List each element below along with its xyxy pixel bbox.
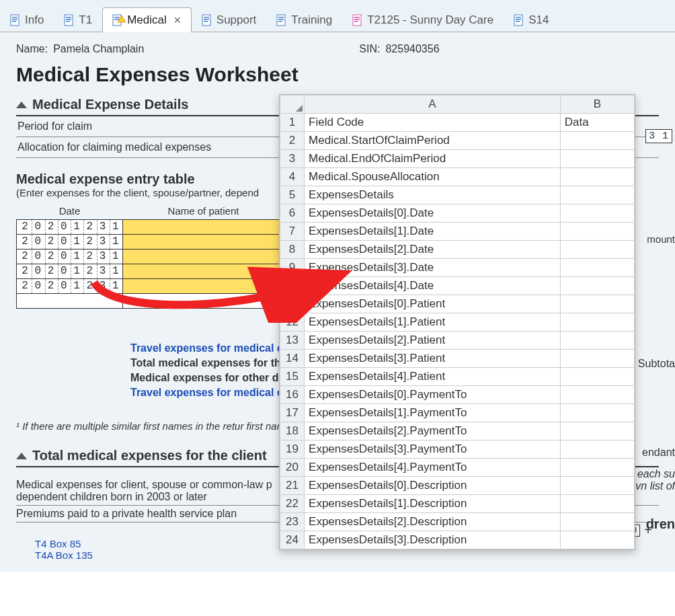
entry-row[interactable]: 20201231 (17, 279, 284, 294)
cell-data[interactable] (560, 495, 634, 513)
entry-row[interactable]: 20201231 (17, 249, 284, 264)
cell-data[interactable] (560, 168, 634, 186)
tab-info[interactable]: Info (0, 7, 54, 32)
patient-cell[interactable] (123, 249, 284, 264)
cell-data[interactable] (560, 259, 634, 277)
cell-fieldcode[interactable]: Medical.EndOfClaimPeriod (305, 150, 561, 168)
tab-medical[interactable]: Medical ✕ (102, 7, 192, 32)
cell-data[interactable] (560, 422, 634, 440)
row-header[interactable]: 12 (280, 313, 305, 332)
cell-data[interactable] (560, 277, 634, 295)
date-cell[interactable] (17, 294, 123, 309)
row-header[interactable]: 2 (280, 132, 305, 150)
cell-data[interactable] (560, 132, 634, 150)
row-header[interactable]: 7 (280, 223, 305, 241)
sheet-row[interactable]: 14ExpensesDetails[3].Patient (280, 350, 635, 368)
link-t4a-box135[interactable]: T4A Box 135 (35, 549, 659, 561)
cell-fieldcode[interactable]: ExpensesDetails[4].Patient (305, 368, 561, 386)
row-header[interactable]: 4 (280, 168, 305, 186)
cell-data[interactable] (560, 186, 634, 204)
sheet-row[interactable]: 7ExpensesDetails[1].Date (280, 223, 635, 241)
date-cell[interactable]: 20201231 (17, 235, 123, 249)
sheet-row[interactable]: 6ExpensesDetails[0].Date (280, 204, 635, 223)
col-header-a[interactable]: A (305, 95, 561, 114)
cell-data[interactable] (560, 404, 634, 422)
row-header[interactable]: 8 (280, 241, 305, 259)
cell-data[interactable] (560, 477, 634, 495)
cell-data[interactable]: Data (560, 114, 634, 132)
entry-row[interactable]: 20201231 (17, 235, 284, 249)
cell-fieldcode[interactable]: ExpensesDetails[1].Patient (305, 313, 561, 332)
cell-fieldcode[interactable]: ExpensesDetails[2].Patient (305, 332, 561, 350)
patient-cell[interactable] (123, 220, 284, 235)
sheet-row[interactable]: 24ExpensesDetails[3].Description (280, 531, 635, 549)
row-header[interactable]: 19 (280, 440, 305, 459)
patient-cell[interactable] (123, 264, 284, 279)
cell-fieldcode[interactable]: ExpensesDetails (305, 186, 561, 204)
entry-row[interactable]: 20201231 (17, 264, 284, 279)
entry-row-empty[interactable] (17, 294, 284, 309)
row-header[interactable]: 21 (280, 477, 305, 495)
row-header[interactable]: 10 (280, 277, 305, 295)
cell-fieldcode[interactable]: ExpensesDetails[4].PaymentTo (305, 459, 561, 477)
row-header[interactable]: 13 (280, 332, 305, 350)
tab-s14[interactable]: S14 (504, 7, 559, 32)
cell-fieldcode[interactable]: Medical.SpouseAllocation (305, 168, 561, 186)
close-icon[interactable]: ✕ (173, 15, 182, 26)
cell-data[interactable] (560, 223, 634, 241)
sheet-row[interactable]: 17ExpensesDetails[1].PaymentTo (280, 404, 635, 422)
cell-fieldcode[interactable]: ExpensesDetails[2].Description (305, 513, 561, 531)
sheet-row[interactable]: 2Medical.StartOfClaimPeriod (280, 132, 635, 150)
cell-data[interactable] (560, 531, 634, 549)
row-header[interactable]: 15 (280, 368, 305, 386)
cell-data[interactable] (560, 459, 634, 477)
row-header[interactable]: 5 (280, 186, 305, 204)
cell-fieldcode[interactable]: ExpensesDetails[3].Date (305, 259, 561, 277)
cell-data[interactable] (560, 313, 634, 332)
sheet-row[interactable]: 20ExpensesDetails[4].PaymentTo (280, 459, 635, 477)
sheet-row[interactable]: 18ExpensesDetails[2].PaymentTo (280, 422, 635, 440)
cell-data[interactable] (560, 513, 634, 531)
patient-cell[interactable] (123, 235, 284, 249)
row-header[interactable]: 3 (280, 150, 305, 168)
cell-data[interactable] (560, 368, 634, 386)
sheet-row[interactable]: 22ExpensesDetails[1].Description (280, 495, 635, 513)
sheet-row[interactable]: 8ExpensesDetails[2].Date (280, 241, 635, 259)
cell-data[interactable] (560, 295, 634, 313)
sheet-row[interactable]: 23ExpensesDetails[2].Description (280, 513, 635, 531)
sheet-row[interactable]: 9ExpensesDetails[3].Date (280, 259, 635, 277)
cell-data[interactable] (560, 150, 634, 168)
cell-data[interactable] (560, 241, 634, 259)
entry-row[interactable]: 20201231 (17, 220, 284, 235)
row-header[interactable]: 1 (280, 114, 305, 132)
cell-fieldcode[interactable]: ExpensesDetails[0].Patient (305, 295, 561, 313)
row-header[interactable]: 22 (280, 495, 305, 513)
row-header[interactable]: 14 (280, 350, 305, 368)
row-header[interactable]: 18 (280, 422, 305, 440)
sheet-row[interactable]: 19ExpensesDetails[3].PaymentTo (280, 440, 635, 459)
cell-fieldcode[interactable]: ExpensesDetails[2].Date (305, 241, 561, 259)
sheet-corner[interactable] (280, 95, 305, 114)
cell-data[interactable] (560, 350, 634, 368)
row-header[interactable]: 11 (280, 295, 305, 313)
date-cell[interactable]: 20201231 (17, 220, 123, 235)
cell-fieldcode[interactable]: ExpensesDetails[3].PaymentTo (305, 440, 561, 459)
cell-fieldcode[interactable]: ExpensesDetails[3].Patient (305, 350, 561, 368)
sheet-row[interactable]: 21ExpensesDetails[0].Description (280, 477, 635, 495)
cell-data[interactable] (560, 332, 634, 350)
cell-fieldcode[interactable]: ExpensesDetails[0].Description (305, 477, 561, 495)
row-header[interactable]: 24 (280, 531, 305, 549)
cell-fieldcode[interactable]: ExpensesDetails[3].Description (305, 531, 561, 549)
cell-fieldcode[interactable]: ExpensesDetails[1].Description (305, 495, 561, 513)
tab-t2125[interactable]: T2125 - Sunny Day Care (342, 7, 504, 32)
cell-fieldcode[interactable]: ExpensesDetails[4].Date (305, 277, 561, 295)
cell-fieldcode[interactable]: ExpensesDetails[1].Date (305, 223, 561, 241)
sheet-row[interactable]: 3Medical.EndOfClaimPeriod (280, 150, 635, 168)
sheet-row[interactable]: 16ExpensesDetails[0].PaymentTo (280, 386, 635, 404)
row-header[interactable]: 20 (280, 459, 305, 477)
cell-fieldcode[interactable]: ExpensesDetails[0].PaymentTo (305, 386, 561, 404)
tab-t1[interactable]: T1 (54, 7, 102, 32)
patient-cell[interactable] (123, 279, 284, 294)
tab-support[interactable]: Support (192, 7, 267, 32)
row-header[interactable]: 9 (280, 259, 305, 277)
